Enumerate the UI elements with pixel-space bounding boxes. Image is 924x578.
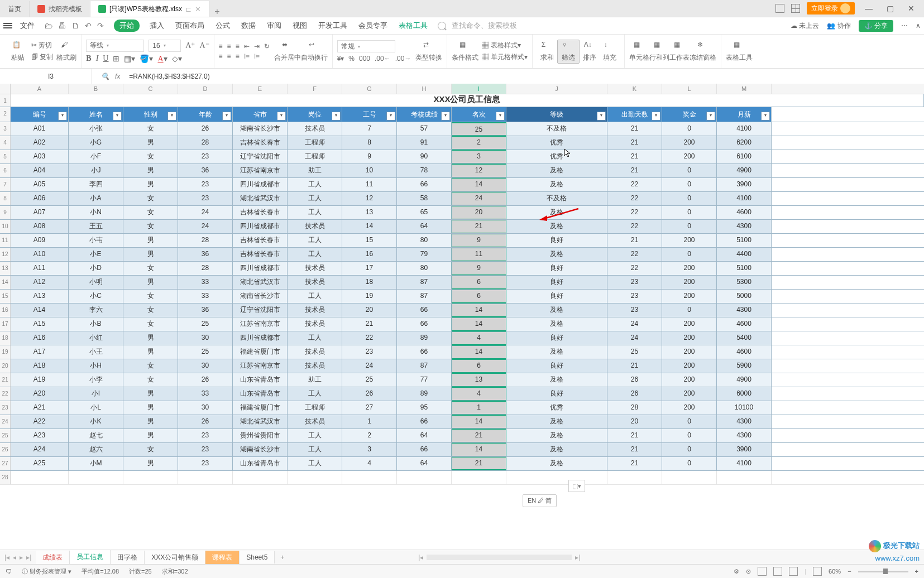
sort-button[interactable]: A↓排序 — [580, 41, 600, 62]
cell[interactable]: 女 — [123, 220, 178, 233]
cell[interactable]: 21 — [342, 317, 397, 331]
cell[interactable]: 9 — [452, 234, 506, 247]
column-header[interactable]: 省市▾ — [233, 107, 288, 122]
cell[interactable]: 0 — [662, 178, 717, 191]
cell[interactable]: 7 — [342, 122, 397, 136]
cell[interactable]: 四川省成都市 — [233, 178, 288, 191]
cell[interactable]: 66 — [397, 178, 452, 191]
mode-icon[interactable]: 🗨 — [6, 568, 12, 575]
cell[interactable] — [607, 471, 662, 484]
cell[interactable]: 王五 — [69, 220, 123, 233]
cell[interactable]: 山东省青岛市 — [233, 387, 288, 401]
cell[interactable]: 14 — [452, 443, 506, 456]
filter-dropdown-icon[interactable]: ▾ — [277, 112, 286, 121]
cell[interactable]: A03 — [11, 150, 69, 163]
cell[interactable]: 及格 — [506, 373, 607, 387]
cell[interactable]: 22 — [607, 178, 662, 191]
cell[interactable]: 江苏省南京市 — [233, 359, 288, 373]
maximize-button[interactable]: ▢ — [883, 4, 897, 13]
cell[interactable]: 26 — [178, 122, 233, 136]
currency-icon[interactable]: ¥▾ — [337, 55, 344, 62]
zoom-in-icon[interactable]: + — [915, 568, 918, 575]
cell[interactable]: 21 — [607, 359, 662, 373]
cell[interactable]: 男 — [123, 178, 178, 191]
col-H[interactable]: H — [397, 84, 452, 94]
align-top-icon[interactable]: ≡ — [219, 42, 223, 50]
scroll-right-icon[interactable]: ▸| — [575, 553, 580, 561]
cell[interactable]: 200 — [662, 136, 717, 150]
cell[interactable]: 5400 — [717, 331, 772, 345]
cell[interactable]: 李六 — [69, 304, 123, 317]
cell[interactable]: 福建省厦门市 — [233, 401, 288, 415]
cell[interactable]: 19 — [342, 290, 397, 303]
cell[interactable]: 21 — [452, 220, 506, 233]
cell[interactable]: 12 — [452, 164, 506, 177]
cell[interactable]: 小李 — [69, 373, 123, 387]
cell[interactable]: 26 — [607, 387, 662, 401]
cell[interactable]: 男 — [123, 345, 178, 359]
cell[interactable]: 女 — [123, 317, 178, 331]
cell[interactable]: 24 — [342, 359, 397, 373]
cell[interactable]: 14 — [452, 304, 506, 317]
increase-font-icon[interactable]: A⁺ — [185, 41, 195, 50]
cell[interactable]: 1 — [452, 401, 506, 415]
cell[interactable]: 4300 — [717, 304, 772, 317]
name-box[interactable]: I3 — [10, 69, 92, 84]
number-format-select[interactable]: 常规▾ — [337, 40, 395, 52]
reading-view-icon[interactable] — [813, 567, 822, 576]
cell[interactable]: A15 — [11, 317, 69, 331]
cell[interactable]: 64 — [397, 220, 452, 233]
cell[interactable]: 工人 — [288, 457, 342, 470]
cell[interactable]: 及格 — [506, 220, 607, 233]
cell-style-button[interactable]: ▦ 单元格样式▾ — [482, 52, 527, 62]
cell[interactable]: 65 — [397, 206, 452, 219]
cell[interactable]: A07 — [11, 206, 69, 219]
cell[interactable]: 23 — [178, 457, 233, 470]
cell[interactable]: 小韦 — [69, 234, 123, 247]
orientation-icon[interactable]: ↻ — [264, 42, 270, 50]
cell[interactable]: 33 — [178, 290, 233, 303]
cloud-status[interactable]: ☁ 未上云 — [791, 21, 819, 31]
col-F[interactable]: F — [288, 84, 342, 94]
sheet-tab[interactable]: 课程表 — [205, 551, 240, 565]
last-sheet-icon[interactable]: ▸| — [26, 553, 31, 561]
cell[interactable]: A09 — [11, 234, 69, 247]
cell[interactable]: 200 — [662, 276, 717, 289]
sheet-tab[interactable]: Sheet5 — [240, 551, 275, 563]
cell[interactable]: 良好 — [506, 276, 607, 289]
cell[interactable]: 女 — [123, 122, 178, 136]
cell[interactable]: 17 — [342, 262, 397, 275]
sheet-tab[interactable]: 员工信息 — [70, 550, 111, 565]
cell[interactable]: 助工 — [288, 373, 342, 387]
cell[interactable]: 女 — [123, 290, 178, 303]
cell[interactable]: 男 — [123, 276, 178, 289]
cell[interactable]: 3900 — [717, 443, 772, 456]
dec-decimal-icon[interactable]: .00→ — [395, 55, 411, 62]
column-header[interactable]: 月薪▾ — [717, 107, 772, 122]
cell[interactable]: 15 — [342, 234, 397, 247]
cell[interactable]: 200 — [662, 317, 717, 331]
cell[interactable]: 工人 — [288, 387, 342, 401]
cell[interactable]: 吉林省长春市 — [233, 248, 288, 261]
cell[interactable]: 21 — [607, 234, 662, 247]
fill-button[interactable]: ↓填充 — [600, 41, 620, 62]
cell[interactable]: 87 — [397, 276, 452, 289]
cell[interactable]: 0 — [662, 443, 717, 456]
cell[interactable]: 小明 — [69, 276, 123, 289]
cell[interactable]: 18 — [342, 276, 397, 289]
cell[interactable]: A17 — [11, 345, 69, 359]
cell[interactable]: 4 — [452, 331, 506, 345]
cell[interactable]: A04 — [11, 164, 69, 177]
align-right-icon[interactable]: ≡ — [236, 52, 240, 60]
cell[interactable]: 21 — [607, 443, 662, 456]
cell[interactable] — [397, 471, 452, 484]
cell[interactable] — [69, 471, 123, 484]
cell[interactable]: 湖南省长沙市 — [233, 290, 288, 303]
cell[interactable]: 200 — [662, 290, 717, 303]
cell[interactable]: 28 — [178, 262, 233, 275]
freeze-button[interactable]: ❄冻结窗格 — [690, 41, 716, 62]
filter-button[interactable]: ▿筛选 — [557, 40, 580, 64]
cell[interactable]: 14 — [452, 317, 506, 331]
cell[interactable]: 26 — [178, 415, 233, 428]
cell[interactable]: 湖南省长沙市 — [233, 122, 288, 136]
